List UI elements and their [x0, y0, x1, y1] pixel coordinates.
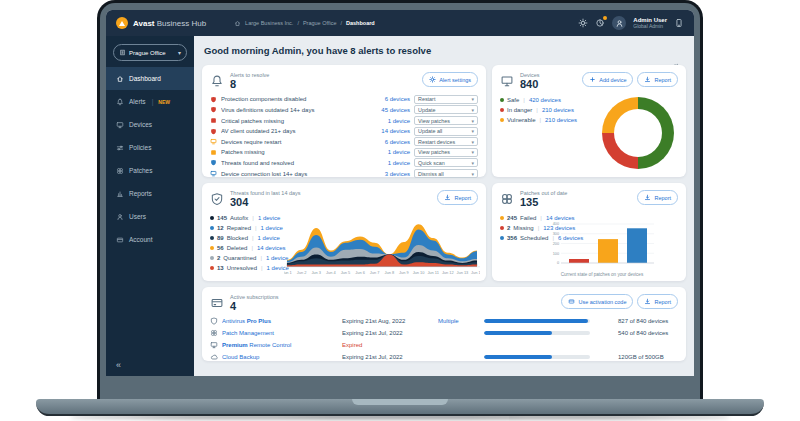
subscription-row: Antivirus Pro Plus Expiring 21st Aug, 20…: [210, 315, 678, 327]
avatar[interactable]: [612, 16, 626, 30]
alert-row: Protection components disabled 6 devices…: [210, 94, 478, 105]
sidebar-item-label: Dashboard: [129, 75, 161, 82]
notifications-icon[interactable]: [595, 18, 605, 28]
user-menu[interactable]: Admin User Global Admin: [633, 17, 667, 30]
threats-report-button[interactable]: Report: [437, 190, 478, 205]
subscriptions-report-button[interactable]: Report: [637, 294, 678, 309]
subscription-status: Expiring 21st Jul, 2022: [342, 330, 434, 336]
alert-text: AV client outdated 21+ days: [221, 128, 377, 134]
sidebar-item-label: Users: [129, 213, 146, 220]
sidebar-item-dashboard[interactable]: Dashboard: [106, 67, 194, 90]
subscription-name-link[interactable]: Cloud Backup: [222, 354, 338, 360]
name-bold: Premium: [222, 342, 248, 348]
alert-devices-link[interactable]: 6 devices: [385, 139, 410, 145]
sidebar-item-alerts[interactable]: Alerts | NEW: [106, 90, 194, 113]
bell-icon: [116, 98, 124, 106]
alert-action-select[interactable]: Dismiss all: [414, 169, 478, 178]
svg-text:Jun 8: Jun 8: [384, 270, 394, 275]
alert-devices-link[interactable]: 45 devices: [381, 107, 410, 113]
alert-devices-link[interactable]: 14 devices: [381, 128, 410, 134]
divider: |: [152, 98, 154, 105]
alert-devices-link[interactable]: 1 device: [388, 118, 410, 124]
sidebar-item-users[interactable]: Users: [106, 205, 194, 228]
legend-link[interactable]: 210 devices: [542, 107, 574, 113]
apps-icon[interactable]: [674, 18, 684, 28]
alert-action-select[interactable]: Restart devices: [414, 137, 478, 146]
legend-link[interactable]: 14 devices: [257, 245, 286, 251]
alert-devices-link[interactable]: 3 devices: [385, 171, 410, 177]
topbar-right: Admin User Global Admin: [578, 16, 684, 30]
subscription-usage: 540 of 840 devices: [618, 330, 678, 336]
breadcrumb-site[interactable]: Prague Office: [303, 20, 337, 26]
alert-text: Protection components disabled: [221, 96, 381, 102]
legend-dot: [210, 266, 214, 270]
add-device-button[interactable]: Add device: [582, 72, 633, 87]
alert-action-select[interactable]: Restart: [414, 95, 478, 104]
svg-text:0: 0: [557, 261, 559, 265]
sidebar-item-account[interactable]: Account: [106, 228, 194, 251]
subscription-name-link[interactable]: Patch Management: [222, 330, 338, 336]
alert-action-select[interactable]: Update all: [414, 127, 478, 136]
alerts-list: Protection components disabled 6 devices…: [210, 94, 478, 179]
page: Avast Business Hub Large Business Inc. /…: [0, 0, 800, 421]
devices-donut-chart: [602, 97, 674, 169]
alert-action-select[interactable]: View patches: [414, 116, 478, 125]
patches-bar-chart: 0100200300400 Current state of patches o…: [526, 221, 678, 277]
breadcrumb-org[interactable]: Large Business Inc.: [245, 20, 293, 26]
sidebar-item-policies[interactable]: Policies: [106, 136, 194, 159]
brand-suffix: Business Hub: [155, 19, 207, 28]
alerts-count: 8: [230, 78, 269, 90]
subscription-name-link[interactable]: Antivirus Pro Plus: [222, 318, 338, 324]
legend-link[interactable]: 420 devices: [529, 97, 561, 103]
sidebar-menu: Dashboard Alerts | NEW Devices: [106, 67, 194, 251]
alert-row: Critical patches missing 1 device View p…: [210, 115, 478, 126]
multiple-link[interactable]: Multiple: [438, 318, 480, 324]
devices-report-button[interactable]: Report: [637, 72, 678, 87]
button-label: Use activation code: [578, 299, 626, 305]
alert-devices-link[interactable]: 1 device: [388, 160, 410, 166]
patches-report-button[interactable]: Report: [637, 190, 678, 205]
alert-devices-link[interactable]: 6 devices: [385, 96, 410, 102]
alert-action-select[interactable]: Quick scan: [414, 158, 478, 167]
shield-alert-icon: [210, 106, 217, 113]
shield-icon: [210, 317, 218, 325]
alert-devices-link[interactable]: 1 device: [388, 149, 410, 155]
legend-link[interactable]: 1 device: [258, 215, 280, 221]
progress-fill: [484, 319, 588, 323]
svg-text:Jun 10: Jun 10: [413, 270, 426, 275]
legend-label: Blocked: [227, 235, 248, 241]
progress-fill: [484, 331, 552, 335]
divider: |: [261, 265, 263, 271]
alert-settings-button[interactable]: Alert settings: [422, 72, 478, 87]
legend-dot: [500, 216, 504, 220]
subscription-status-expired: Expired: [342, 342, 434, 348]
alert-text: Threats found and resolved: [221, 160, 384, 166]
laptop-base-notch: [352, 399, 448, 405]
legend-link[interactable]: 1 device: [258, 235, 280, 241]
selected-action: View patches: [418, 118, 450, 124]
patch-alert-icon: [210, 149, 217, 156]
sidebar-item-patches[interactable]: Patches: [106, 159, 194, 182]
legend-count: 12: [217, 225, 224, 231]
svg-text:Jun 4: Jun 4: [326, 270, 336, 275]
subscription-name-link[interactable]: Premium Remote Control: [222, 342, 338, 348]
legend-dot: [210, 216, 214, 220]
legend-link[interactable]: 210 devices: [545, 117, 577, 123]
sidebar-item-label: Policies: [129, 144, 151, 151]
settings-gear-icon[interactable]: [578, 18, 588, 28]
use-activation-code-button[interactable]: Use activation code: [561, 294, 633, 309]
patches-card: Patches out of date 135 Report: [492, 183, 686, 281]
legend-link[interactable]: 1 device: [261, 225, 283, 231]
building-icon: [119, 49, 126, 56]
svg-text:Jun 14: Jun 14: [471, 270, 480, 275]
sidebar-item-reports[interactable]: Reports: [106, 182, 194, 205]
sidebar-item-devices[interactable]: Devices: [106, 113, 194, 136]
monitor-icon: [210, 341, 218, 349]
collapse-sidebar-button[interactable]: «: [116, 360, 121, 370]
alert-action-select[interactable]: View patches: [414, 148, 478, 157]
selected-action: Dismiss all: [418, 171, 444, 177]
divider: |: [255, 225, 257, 231]
alert-action-select[interactable]: Update: [414, 105, 478, 114]
office-selector[interactable]: Prague Office ▾: [113, 44, 187, 61]
legend-dot: [210, 226, 214, 230]
